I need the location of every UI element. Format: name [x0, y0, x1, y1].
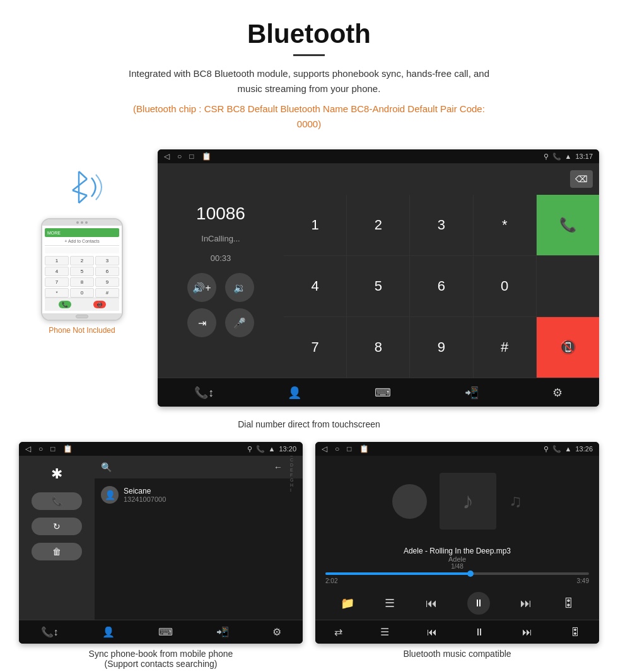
- music-recents-icon[interactable]: □: [347, 444, 351, 453]
- music-gps-icon: ⚲: [544, 445, 549, 453]
- status-bar-left: ◁ ○ □ 📋: [164, 152, 211, 161]
- backspace-button[interactable]: ⌫: [570, 170, 593, 188]
- music-next-icon[interactable]: ⏭: [520, 597, 532, 610]
- music-artist: Adele: [322, 555, 593, 563]
- music-call-icon: 📞: [552, 445, 561, 453]
- contacts-call-btn[interactable]: 📞: [32, 492, 82, 510]
- call-status: InCalling...: [201, 234, 240, 243]
- cnav-settings-icon[interactable]: ⚙: [272, 626, 281, 638]
- mnav-shuffle-icon[interactable]: ⇄: [334, 626, 342, 638]
- dial-content: 10086 InCalling... 00:33 🔊+ 🔉 ⇥ 🎤: [158, 163, 599, 378]
- contacts-delete-btn[interactable]: 🗑: [32, 543, 82, 560]
- dial-key-5[interactable]: 5: [347, 256, 409, 316]
- music-prev-icon[interactable]: ⏮: [426, 597, 437, 610]
- music-folder-icon[interactable]: 📁: [341, 596, 354, 610]
- cnav-transfer-icon[interactable]: 📲: [216, 626, 229, 638]
- music-circle-left: [392, 484, 427, 519]
- recents-nav-icon[interactable]: □: [189, 152, 194, 161]
- bluetooth-icon-container: [57, 168, 107, 209]
- phone-contacts-label: + Add to Contacts: [45, 239, 119, 243]
- music-progress-bar[interactable]: [325, 572, 589, 575]
- phone-green-bar: MORE: [45, 228, 119, 237]
- mnav-eq-icon[interactable]: 🎛: [570, 627, 580, 638]
- music-progress-fill: [325, 572, 470, 575]
- dial-key-7[interactable]: 7: [284, 317, 346, 378]
- music-play-button[interactable]: ⏸: [467, 592, 490, 615]
- phone-home-button: [76, 315, 88, 318]
- cnav-dialpad-icon[interactable]: ⌨: [158, 626, 173, 638]
- dial-key-2[interactable]: 2: [347, 195, 409, 255]
- search-input[interactable]: [117, 460, 269, 474]
- status-bar-music: ◁ ○ □ 📋 ⚲ 📞 ▲ 13:26: [315, 442, 599, 456]
- dial-key-6[interactable]: 6: [410, 256, 472, 316]
- contacts-android-screen: ◁ ○ □ 📋 ⚲ 📞 ▲ 13:20 ✱: [19, 442, 303, 644]
- music-notif-icon: 📋: [359, 444, 369, 453]
- contacts-back-icon[interactable]: ◁: [25, 444, 31, 453]
- contacts-screen-container: ◁ ○ □ 📋 ⚲ 📞 ▲ 13:20 ✱: [19, 442, 303, 669]
- music-track-counter: 1/48: [322, 563, 593, 570]
- contacts-caption-line1: Sync phone-book from mobile phone: [19, 649, 303, 659]
- status-bar-contacts: ◁ ○ □ 📋 ⚲ 📞 ▲ 13:20: [19, 442, 303, 456]
- mnav-next-icon[interactable]: ⏭: [522, 627, 532, 638]
- transfer-button[interactable]: ⇥: [187, 308, 216, 337]
- dial-keypad-grid: 1 2 3 * 📞 4 5 6 0 7 8 9: [284, 195, 599, 378]
- search-back-arrow[interactable]: ←: [274, 462, 283, 472]
- music-content: ♪ ♫ Adele - Rolling In the Deep.mp3 Adel…: [315, 456, 599, 620]
- music-progress-knob[interactable]: [467, 571, 474, 577]
- phone-mockup: MORE + Add to Contacts 123 456 789 *0# 📞…: [41, 218, 123, 321]
- header-orange-info: (Bluetooth chip : CSR BC8 Default Blueto…: [120, 101, 498, 132]
- nav-contacts-icon[interactable]: 👤: [288, 386, 301, 400]
- cnav-phone-icon[interactable]: 📞↕: [41, 626, 59, 638]
- nav-phone-icon[interactable]: 📞↕: [194, 386, 214, 400]
- phone-screen: MORE + Add to Contacts 123 456 789 *0# 📞…: [42, 226, 122, 313]
- contacts-refresh-btn[interactable]: ↻: [32, 518, 82, 535]
- music-time-row: 2:02 3:49: [325, 577, 589, 584]
- back-nav-icon[interactable]: ◁: [164, 152, 170, 161]
- mute-button[interactable]: 🎤: [225, 308, 254, 337]
- music-equalizer-icon[interactable]: 🎛: [563, 597, 574, 610]
- music-total-time: 3:49: [577, 577, 589, 584]
- call-accept-button[interactable]: 📞: [537, 195, 599, 255]
- mnav-list-icon[interactable]: ☰: [380, 626, 389, 638]
- dial-key-1[interactable]: 1: [284, 195, 346, 255]
- contacts-list: 👤 Seicane 13241007000: [95, 478, 303, 511]
- contact-item[interactable]: 👤 Seicane 13241007000: [95, 481, 303, 509]
- contacts-content: ✱ 📞 ↻ 🗑 🔍 ← *ABCDEFGHI: [19, 456, 303, 620]
- dial-key-0[interactable]: 0: [474, 256, 536, 316]
- dial-key-9[interactable]: 9: [410, 317, 472, 378]
- nav-settings-icon[interactable]: ⚙: [552, 386, 563, 400]
- music-android-screen: ◁ ○ □ 📋 ⚲ 📞 ▲ 13:26: [315, 442, 599, 644]
- contacts-home-icon[interactable]: ○: [38, 444, 43, 453]
- phone-keypad: 123 456 789 *0#: [45, 256, 119, 298]
- volume-up-button[interactable]: 🔊+: [187, 273, 216, 302]
- music-note-icon-main: ♪: [462, 488, 474, 514]
- cnav-contacts-icon[interactable]: 👤: [102, 626, 115, 638]
- music-note-icon-secondary: ♫: [509, 491, 522, 511]
- svg-line-3: [73, 190, 87, 195]
- page-title: Bluetooth: [13, 19, 605, 49]
- dial-key-star[interactable]: *: [474, 195, 536, 255]
- music-list-icon[interactable]: ☰: [385, 596, 395, 610]
- phone-home-area: [42, 313, 122, 320]
- volume-down-button[interactable]: 🔉: [225, 273, 254, 302]
- call-end-button[interactable]: 📵: [537, 317, 599, 378]
- dial-key-hash[interactable]: #: [474, 317, 536, 378]
- music-song-title: Adele - Rolling In the Deep.mp3: [322, 547, 593, 555]
- mnav-play-icon[interactable]: ⏸: [474, 627, 484, 638]
- call-timer: 00:33: [211, 253, 231, 263]
- nav-transfer-icon[interactable]: 📲: [465, 386, 479, 400]
- contact-phone: 13241007000: [124, 495, 296, 503]
- music-controls-row: 📁 ☰ ⏮ ⏸ ⏭ 🎛: [315, 589, 599, 620]
- dial-key-8[interactable]: 8: [347, 317, 409, 378]
- music-info: Adele - Rolling In the Deep.mp3 Adele 1/…: [315, 547, 599, 570]
- time-display: 13:17: [575, 153, 593, 160]
- dial-key-3[interactable]: 3: [410, 195, 472, 255]
- music-back-icon[interactable]: ◁: [322, 444, 327, 453]
- dial-controls: 🔊+ 🔉 ⇥ 🎤: [187, 273, 254, 337]
- dial-key-4[interactable]: 4: [284, 256, 346, 316]
- home-nav-icon[interactable]: ○: [177, 152, 182, 161]
- mnav-prev-icon[interactable]: ⏮: [427, 627, 437, 638]
- nav-dialpad-icon[interactable]: ⌨: [375, 386, 391, 400]
- music-home-icon[interactable]: ○: [335, 444, 339, 453]
- contacts-recents-icon[interactable]: □: [50, 444, 55, 453]
